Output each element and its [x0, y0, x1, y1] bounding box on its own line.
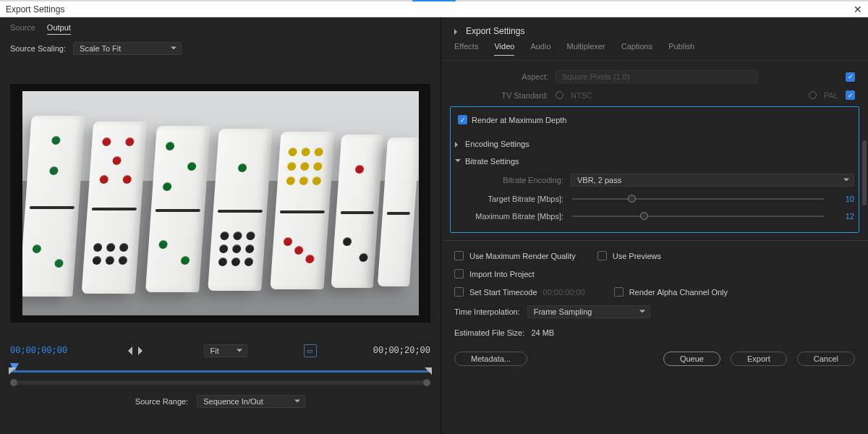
prev-frame-icon[interactable]: [124, 346, 132, 355]
bitrate-settings-header: Bitrate Settings: [465, 157, 519, 166]
in-point-icon[interactable]: [9, 367, 16, 375]
bitrate-encoding-label: Bitrate Encoding:: [455, 176, 563, 184]
start-tc-value: 00;00;00;00: [543, 288, 585, 297]
tvstd-ntsc-text: NTSC: [571, 91, 592, 100]
render-alpha-label: Render Alpha Channel Only: [629, 288, 728, 297]
tab-video[interactable]: Video: [494, 42, 514, 56]
use-previews-checkbox[interactable]: [597, 251, 607, 260]
est-file-size-value: 24 MB: [531, 328, 554, 337]
chevron-right-icon[interactable]: [455, 142, 461, 148]
target-bitrate-label: Target Bitrate [Mbps]:: [455, 195, 563, 203]
tab-audio[interactable]: Audio: [530, 42, 550, 56]
tab-effects[interactable]: Effects: [454, 42, 478, 56]
close-icon[interactable]: ✕: [854, 4, 862, 15]
aspect-label: Aspect:: [454, 72, 548, 81]
settings-scrollbar[interactable]: [862, 140, 867, 205]
max-bitrate-value[interactable]: 12: [833, 212, 854, 221]
target-bitrate-value[interactable]: 10: [833, 195, 854, 203]
render-max-depth-checkbox[interactable]: ✓: [458, 115, 467, 124]
tab-publish[interactable]: Publish: [668, 42, 694, 56]
zoom-select[interactable]: Fit: [204, 344, 247, 357]
timecode-duration: 00;00;20;00: [373, 346, 430, 356]
video-preview: [10, 84, 430, 323]
render-max-depth-label: Render at Maximum Depth: [472, 116, 566, 124]
timeline[interactable]: [10, 363, 430, 379]
use-max-quality-label: Use Maximum Render Quality: [469, 252, 576, 260]
lower-options: Use Maximum Render Quality Use Previews …: [441, 240, 868, 347]
encoding-settings-header: Encoding Settings: [465, 140, 529, 148]
queue-button[interactable]: Queue: [663, 352, 720, 366]
tab-multiplexer[interactable]: Multiplexer: [567, 42, 605, 56]
set-start-tc-label: Set Start Timecode: [469, 288, 537, 297]
chevron-down-icon[interactable]: [455, 159, 461, 165]
est-file-size-label: Estimated File Size:: [454, 328, 524, 337]
aspect-match-checkbox[interactable]: ✓: [846, 72, 855, 82]
export-settings-header: Export Settings: [466, 26, 524, 36]
source-scaling-select[interactable]: Scale To Fit: [73, 42, 182, 55]
tvstd-pal-radio: [809, 91, 817, 99]
titlebar: Export Settings ✕: [0, 0, 868, 17]
time-interp-select[interactable]: Frame Sampling: [527, 305, 650, 318]
out-point-icon[interactable]: [425, 367, 432, 375]
window-title: Export Settings: [6, 4, 64, 14]
render-alpha-checkbox[interactable]: [614, 287, 624, 297]
tab-output[interactable]: Output: [47, 23, 71, 35]
bitrate-encoding-select[interactable]: VBR, 2 pass: [571, 174, 854, 187]
tab-source[interactable]: Source: [10, 23, 35, 35]
chevron-right-icon[interactable]: [454, 29, 460, 35]
import-into-project-checkbox[interactable]: [454, 269, 464, 278]
time-interp-label: Time Interpolation:: [454, 307, 520, 316]
next-frame-icon[interactable]: [138, 346, 147, 355]
tvstd-match-checkbox[interactable]: ✓: [846, 90, 855, 100]
use-max-quality-checkbox[interactable]: [454, 251, 464, 260]
target-bitrate-slider[interactable]: [572, 198, 824, 200]
export-button[interactable]: Export: [731, 352, 787, 366]
source-scaling-label: Source Scaling:: [10, 44, 66, 53]
metadata-button[interactable]: Metadata...: [454, 352, 527, 366]
import-into-project-label: Import Into Project: [469, 270, 535, 278]
highlighted-settings: ✓ Render at Maximum Depth Encoding Setti…: [450, 106, 859, 233]
max-bitrate-slider[interactable]: [572, 216, 824, 217]
source-range-select[interactable]: Sequence In/Out: [197, 395, 305, 408]
tab-captions[interactable]: Captions: [621, 42, 652, 56]
source-range-label: Source Range:: [135, 397, 188, 406]
aspect-select: Square Pixels (1.0): [556, 70, 758, 83]
zoom-scrollbar[interactable]: [10, 380, 430, 385]
settings-pane: Export Settings Effects Video Audio Mult…: [441, 17, 868, 434]
timecode-current[interactable]: 00;00;00;00: [10, 346, 67, 356]
tvstd-label: TV Standard:: [454, 91, 548, 100]
set-start-tc-checkbox[interactable]: [454, 287, 464, 297]
aspect-correction-icon[interactable]: ▭: [304, 344, 317, 357]
max-bitrate-label: Maximum Bitrate [Mbps]:: [455, 212, 563, 221]
preview-pane: Source Output Source Scaling: Scale To F…: [0, 17, 441, 434]
tvstd-ntsc-radio: [556, 91, 563, 99]
use-previews-label: Use Previews: [613, 252, 661, 260]
cancel-button[interactable]: Cancel: [797, 352, 855, 366]
tvstd-pal-text: PAL: [824, 91, 838, 100]
